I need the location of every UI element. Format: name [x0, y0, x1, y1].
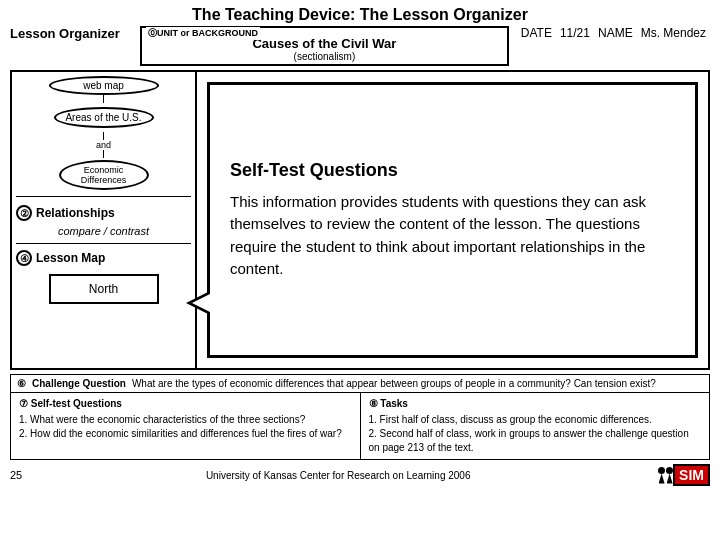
task-2: 2. Second half of class, work in groups …	[369, 427, 702, 455]
main-content-area: web map Areas of the U.S. and Economic D…	[10, 70, 710, 370]
unit-box: ⓪UNIT or BACKGROUND Causes of the Civil …	[140, 26, 509, 66]
sim-logo: SIM	[673, 464, 710, 486]
person-body-2	[667, 474, 673, 484]
unit-subtitle: (sectionalism)	[150, 51, 499, 62]
connector-line-2	[103, 132, 104, 140]
footer-page-num: 25	[10, 469, 22, 481]
self-test-num: ⑦	[19, 398, 28, 409]
and-label: and	[16, 140, 191, 150]
person-body-1	[659, 474, 665, 484]
web-map-oval: web map	[49, 76, 159, 95]
footer-row: 25 University of Kansas Center for Resea…	[0, 462, 720, 488]
economic-oval: Economic Differences	[59, 160, 149, 190]
divider-2	[16, 243, 191, 244]
lesson-organizer-label: Lesson Organizer	[10, 26, 130, 41]
relationships-label: Relationships	[36, 206, 115, 220]
page-title: The Teaching Device: The Lesson Organize…	[0, 0, 720, 26]
lesson-map-label: Lesson Map	[36, 251, 105, 265]
task-1: 1. First half of class, discuss as group…	[369, 413, 702, 427]
two-col-row: ⑦ Self-test Questions 1. What were the e…	[11, 393, 709, 459]
tasks-col: ⑧ Tasks 1. First half of class, discuss …	[361, 393, 710, 459]
person-2	[666, 467, 673, 484]
right-panel: Self-Test Questions This information pro…	[197, 72, 708, 368]
person-icons	[658, 467, 673, 484]
challenge-label: Challenge Question	[32, 378, 126, 389]
footer-logo-area: SIM	[654, 464, 710, 486]
person-1	[658, 467, 665, 484]
tasks-num: ⑧	[369, 398, 378, 409]
connector-line-1	[103, 95, 104, 103]
self-test-q2: 2. How did the economic similarities and…	[19, 427, 352, 441]
lesson-map-num: ④	[16, 250, 32, 266]
compare-contrast: compare / contrast	[16, 225, 191, 237]
footer-credit: University of Kansas Center for Research…	[206, 470, 471, 481]
divider-1	[16, 196, 191, 197]
lesson-map-row: ④ Lesson Map	[16, 250, 191, 266]
name-label: NAME	[598, 26, 633, 40]
self-test-label: Self-test Questions	[31, 398, 122, 409]
header-row: Lesson Organizer ⓪UNIT or BACKGROUND Cau…	[0, 26, 720, 66]
date-value: 11/21	[560, 26, 590, 40]
tasks-label: Tasks	[380, 398, 408, 409]
bubble-title: Self-Test Questions	[230, 160, 675, 181]
relationships-num: ②	[16, 205, 32, 221]
bubble-body: This information provides students with …	[230, 191, 675, 281]
bottom-area: ⑥ Challenge Question What are the types …	[10, 374, 710, 460]
self-test-title: ⑦ Self-test Questions	[19, 397, 352, 411]
connector-line-3	[103, 150, 104, 158]
challenge-text: What are the types of economic differenc…	[132, 378, 656, 389]
areas-oval: Areas of the U.S.	[54, 107, 154, 128]
person-head-1	[658, 467, 665, 474]
person-head-2	[666, 467, 673, 474]
unit-box-label: ⓪UNIT or BACKGROUND	[146, 27, 260, 40]
self-test-col: ⑦ Self-test Questions 1. What were the e…	[11, 393, 361, 459]
name-value: Ms. Mendez	[641, 26, 706, 40]
left-panel: web map Areas of the U.S. and Economic D…	[12, 72, 197, 368]
challenge-num: ⑥	[17, 378, 26, 389]
challenge-row: ⑥ Challenge Question What are the types …	[11, 375, 709, 393]
date-label: DATE	[521, 26, 552, 40]
north-box: North	[49, 274, 159, 304]
tasks-title: ⑧ Tasks	[369, 397, 702, 411]
relationships-row: ② Relationships	[16, 205, 191, 221]
self-test-q1: 1. What were the economic characteristic…	[19, 413, 352, 427]
speech-bubble: Self-Test Questions This information pro…	[207, 82, 698, 358]
date-name-row: DATE 11/21 NAME Ms. Mendez	[517, 26, 710, 40]
